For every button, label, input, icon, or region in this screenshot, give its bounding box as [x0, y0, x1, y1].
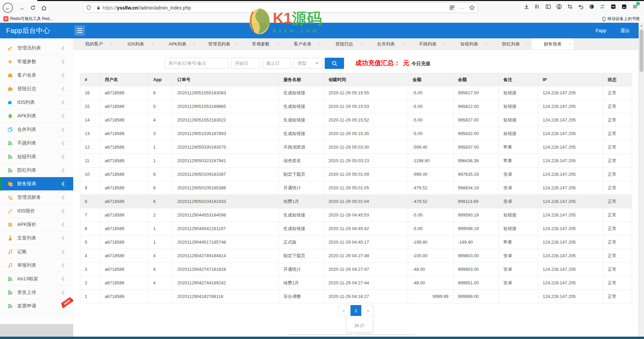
page-1-button[interactable]: 1: [350, 305, 361, 316]
tab-APK列表[interactable]: APK列表×: [157, 38, 198, 50]
url-bar[interactable]: https://yssllw.cn//admin/admin_index.php…: [83, 2, 478, 13]
cell-备注: [499, 290, 538, 303]
scrollbar-thumb[interactable]: [640, 30, 643, 72]
tab-短链列表[interactable]: 短链列表×: [448, 38, 490, 50]
close-icon[interactable]: ×: [110, 38, 113, 50]
header-link-fapp[interactable]: Fapp: [596, 23, 606, 38]
screen: ← → https://yssllw.cn//admin/admin_index…: [0, 0, 644, 339]
sidebar-item-APK列表[interactable]: APK列表: [0, 109, 73, 123]
overflow-menu-icon[interactable]: ···: [459, 5, 465, 11]
mobile-bookmarks[interactable]: 移动设备上的书签: [602, 16, 640, 22]
sidebar-item-短链列表[interactable]: 短链列表: [0, 150, 73, 164]
sidebar-item-资质上传[interactable]: 资质上传: [0, 286, 73, 299]
cell-金额: -199.80: [408, 236, 454, 249]
end-date-input[interactable]: [263, 58, 291, 69]
tab-管理员列表[interactable]: 管理员列表×: [198, 38, 240, 50]
close-icon[interactable]: ×: [485, 38, 488, 50]
cell-订单号: 20201129042747181828: [173, 263, 279, 276]
cell-App: 4: [149, 276, 173, 290]
sidebar-item-IOS列表[interactable]: IOS列表: [0, 96, 73, 109]
close-icon[interactable]: ×: [235, 38, 238, 50]
cell-状态: 正常: [603, 222, 632, 236]
tab-合并列表[interactable]: 合并列表×: [365, 38, 407, 50]
tab-客户名录[interactable]: 客户名录×: [282, 38, 323, 50]
prev-page-button[interactable]: «: [338, 305, 349, 316]
close-icon[interactable]: ×: [193, 38, 196, 50]
sidebar-item-不跳列表[interactable]: 不跳列表: [0, 136, 73, 150]
menu-icon[interactable]: ↑: [632, 4, 638, 10]
tab-防红列表[interactable]: 防红列表×: [490, 38, 532, 50]
close-icon[interactable]: ×: [443, 38, 446, 50]
cell-备注: 安卓: [499, 195, 538, 208]
chevron-left-icon: [62, 73, 66, 77]
history-icon[interactable]: [589, 4, 595, 10]
screenshot-icon[interactable]: [567, 4, 573, 10]
bookmark-label: Redis可视化工具 Red...: [10, 16, 53, 22]
next-page-button[interactable]: »: [363, 305, 374, 316]
sidebar-item-常规参数[interactable]: 常规参数: [0, 55, 73, 69]
type-select[interactable]: 类型: [294, 58, 322, 69]
briefcase-icon: [7, 73, 13, 78]
download-icon[interactable]: [524, 4, 529, 10]
close-icon[interactable]: ×: [360, 38, 363, 50]
tab-不跳列表[interactable]: 不跳列表×: [407, 38, 448, 50]
undo-icon[interactable]: [578, 4, 584, 10]
sidebar-item-label: 客户名录: [17, 72, 62, 78]
sidebar-toggle-icon[interactable]: [545, 4, 551, 10]
close-icon[interactable]: ×: [568, 38, 571, 50]
reload-button[interactable]: [28, 3, 38, 13]
start-date-input[interactable]: [231, 58, 260, 69]
close-icon[interactable]: ×: [402, 38, 404, 50]
close-icon[interactable]: ×: [277, 38, 279, 50]
tab-我的客户[interactable]: 我的客户×: [73, 38, 115, 50]
sidebar-item-APK报价[interactable]: APK报价: [0, 218, 73, 231]
sidebar-item-管理员列表[interactable]: 管理员列表: [0, 41, 73, 55]
sidebar-item-财务报表[interactable]: 财务报表: [0, 177, 73, 191]
sidebar-item-防红列表[interactable]: 防红列表: [0, 164, 73, 177]
close-icon[interactable]: ×: [527, 38, 529, 50]
sidebar-item-文章列表[interactable]: 文章列表: [0, 231, 73, 245]
sidebar-item-ios13框架[interactable]: ios13框架: [0, 272, 73, 286]
extension-icon-dark-2[interactable]: [621, 4, 627, 10]
back-button[interactable]: ←: [3, 3, 13, 13]
sidebar-item-IOS报价[interactable]: IOS报价: [0, 204, 73, 218]
qr-code-icon[interactable]: [449, 5, 455, 11]
cell-金额: -999.00: [408, 168, 454, 181]
tab-IOS列表[interactable]: IOS列表×: [115, 38, 157, 50]
library-icon[interactable]: [535, 4, 540, 10]
sync-icon[interactable]: [600, 4, 605, 10]
bookmark-redis[interactable]: 简 Redis可视化工具 Red...: [3, 16, 53, 22]
logout-link[interactable]: 退出: [620, 23, 630, 38]
menu-toggle-button[interactable]: [75, 25, 85, 36]
bookmark-star-icon[interactable]: [469, 5, 475, 11]
tab-登陆日志[interactable]: 登陆日志×: [323, 38, 365, 50]
cell-余额: 995827.00: [454, 113, 499, 127]
cell-状态: 正常: [603, 140, 632, 154]
forward-button[interactable]: →: [16, 3, 26, 13]
sidebar-item-label: 管理员列表: [17, 45, 62, 51]
cell-创建时间: 2020-11-29 04:27:49: [324, 249, 408, 263]
sidebar-item-发票申请[interactable]: 发票申请NEW: [0, 299, 73, 313]
sidebar-item-举报列表[interactable]: 举报列表: [0, 259, 73, 272]
cell-备注: 短链接: [499, 222, 538, 236]
chevron-left-icon: [62, 59, 66, 64]
scrollbar-up-arrow[interactable]: ▲: [639, 23, 644, 27]
sidebar-item-客户名录[interactable]: 客户名录: [0, 69, 73, 82]
extension-icon-dark-1[interactable]: [610, 4, 616, 10]
sidebar-item-登陆日志[interactable]: 登陆日志: [0, 82, 73, 96]
tab-财务报表[interactable]: 财务报表×: [532, 38, 573, 50]
close-icon[interactable]: ×: [152, 38, 154, 50]
close-icon[interactable]: ×: [318, 38, 321, 50]
page-scrollbar[interactable]: ▲: [639, 23, 644, 337]
app-title: Fapp后台中心: [6, 23, 50, 38]
sidebar-item-合并列表[interactable]: 合并列表: [0, 123, 73, 136]
sidebar-item-管理员财务[interactable]: 管理员财务: [0, 191, 73, 204]
tab-常规参数[interactable]: 常规参数×: [240, 38, 282, 50]
account-icon[interactable]: [556, 4, 562, 10]
search-button[interactable]: [325, 58, 344, 69]
cell-IP: 124.228.147.205: [538, 222, 603, 236]
keyword-input[interactable]: [165, 58, 228, 69]
home-button[interactable]: [39, 3, 49, 13]
table-row: 4a6718589420201129042749184814制定下载页2020-…: [80, 249, 632, 263]
sidebar-item-记账[interactable]: 记账: [0, 245, 73, 259]
